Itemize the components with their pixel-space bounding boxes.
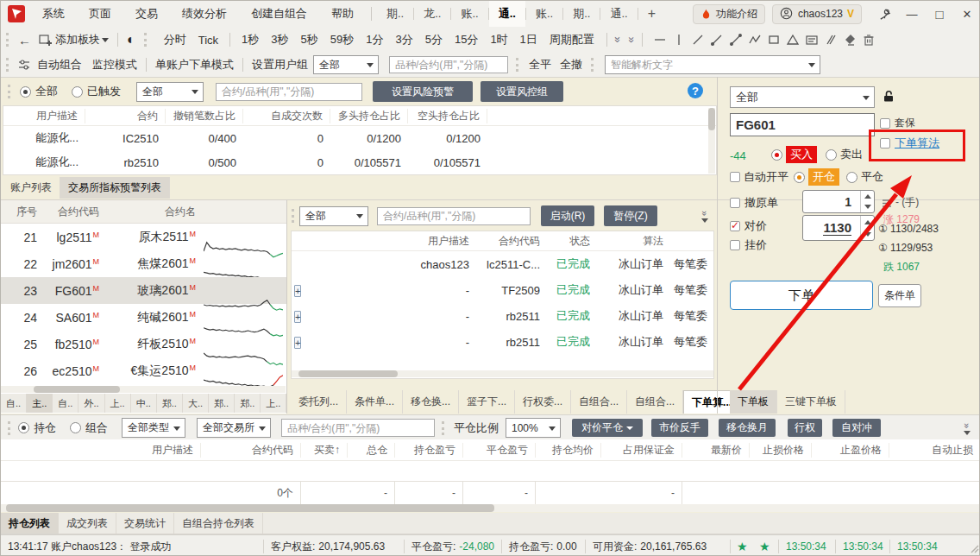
algo-row[interactable]: +-rb2511已完成冰山订单每笔委	[292, 329, 713, 355]
radio-all[interactable]	[20, 86, 31, 98]
period-button-8[interactable]: 1时	[484, 32, 513, 47]
menu-item-4[interactable]: 创建自组合	[239, 6, 319, 22]
draw-rect-icon[interactable]	[767, 33, 781, 47]
position-radio[interactable]	[18, 422, 29, 433]
period-button-4[interactable]: 1分	[360, 32, 389, 47]
algo-tab-4[interactable]: 行权委...	[515, 390, 571, 414]
maximize-button[interactable]: □	[926, 2, 953, 27]
watchlist-group-tab-3[interactable]: 外..	[79, 394, 104, 413]
col-header[interactable]: 持仓盈亏	[395, 443, 463, 458]
algo-order-row[interactable]: 下单算法	[880, 136, 939, 151]
ask-queue[interactable]: ① 1130/2483	[878, 223, 939, 235]
pin-icon[interactable]	[870, 2, 898, 27]
user-group-dropdown[interactable]: 全部	[313, 55, 379, 74]
sell-radio[interactable]	[826, 149, 837, 161]
window-tab-2[interactable]: 账..	[451, 1, 487, 27]
panel-grip[interactable]	[442, 421, 447, 435]
period-minute[interactable]: 分时	[158, 32, 192, 47]
watchlist-group-tab-9[interactable]: 郑..	[235, 394, 261, 413]
connection-star-icon[interactable]: ★	[759, 535, 770, 556]
chevron-down-icon[interactable]	[701, 218, 708, 223]
start-button[interactable]: 启动(R)	[541, 205, 594, 226]
draw-trendline-icon[interactable]	[691, 33, 705, 47]
algo-scope-dropdown[interactable]: 全部	[299, 206, 368, 226]
period-config-button[interactable]: 周期配置	[543, 32, 600, 47]
price-value[interactable]: 1130	[803, 216, 860, 240]
collapse-panel-icon[interactable]: »	[963, 422, 971, 427]
open-radio[interactable]	[794, 172, 805, 183]
exercise-button[interactable]: 行权	[788, 419, 822, 437]
algo-tab-5[interactable]: 自组合...	[571, 390, 627, 414]
watchlist-group-tab-8[interactable]: 郑..	[209, 394, 235, 413]
back-icon[interactable]: ←	[18, 33, 31, 47]
period-button-3[interactable]: 59秒	[324, 32, 360, 47]
col-header[interactable]: 状态	[547, 234, 597, 249]
sell-label[interactable]: 卖出	[840, 147, 863, 162]
col-header[interactable]: 止损价格	[750, 443, 812, 458]
expand-icon[interactable]: +	[294, 311, 301, 323]
exchange-dropdown[interactable]: 全部交易所	[197, 418, 271, 438]
panel-grip[interactable]	[8, 85, 13, 98]
algo-tab-3[interactable]: 篮子下...	[459, 390, 515, 414]
close-all-button[interactable]: 全平	[529, 57, 551, 73]
alarm-scope-dropdown[interactable]: 全部	[136, 82, 204, 102]
watchlist-row[interactable]: 25fb2510M纤板2510M	[1, 331, 286, 357]
close-button[interactable]: ✕	[953, 2, 980, 27]
watchlist-group-tab-1[interactable]: 主..	[27, 394, 53, 413]
period-button-9[interactable]: 1日	[514, 32, 543, 47]
algo-row[interactable]: +-TF2509已完成冰山订单每笔委	[292, 277, 713, 303]
qty-down-icon[interactable]	[861, 202, 874, 213]
position-tab-1[interactable]: 成交列表	[59, 513, 116, 534]
buy-label[interactable]: 买入	[786, 146, 817, 163]
lock-open-icon[interactable]	[882, 89, 895, 103]
window-tab-5[interactable]: 期..	[563, 1, 600, 27]
eraser-icon[interactable]	[843, 33, 857, 47]
watchlist-group-tab-7[interactable]: 大..	[183, 394, 209, 413]
col-header[interactable]: 合约	[85, 109, 166, 123]
counter-close-button[interactable]: 对价平仓	[572, 419, 643, 437]
draw-vline-icon[interactable]	[672, 33, 686, 47]
expand-icon[interactable]: +	[294, 337, 301, 349]
monitor-mode-button[interactable]: 监控模式	[92, 57, 137, 73]
sliders-icon[interactable]	[17, 58, 31, 72]
bid-queue[interactable]: ① 1129/953	[878, 242, 933, 254]
draw-hline-icon[interactable]	[653, 33, 667, 47]
watchlist-group-tab-10[interactable]: 上..	[261, 394, 286, 413]
quantity-stepper[interactable]: 1	[802, 190, 875, 213]
col-header[interactable]: 自成交次数	[243, 109, 330, 123]
trash-icon[interactable]	[862, 33, 876, 47]
col-header[interactable]: 占用保证金	[601, 443, 682, 458]
col-header[interactable]: 用户描述	[309, 234, 476, 249]
qty-up-icon[interactable]	[861, 191, 874, 202]
price-stepper[interactable]: 1130	[802, 215, 875, 241]
draw-note-icon[interactable]	[805, 33, 819, 47]
table-row[interactable]: 能源化... IC2510 0/400 0 0/1200 0/1200	[3, 126, 716, 150]
menu-item-1[interactable]: 页面	[77, 6, 123, 22]
quantity-value[interactable]: 1	[803, 191, 860, 212]
watchlist-group-tab-2[interactable]: 自..	[53, 394, 79, 413]
alarm-filter-input[interactable]	[216, 83, 362, 101]
counter-price-row[interactable]: ✓ 对价	[730, 218, 767, 234]
menu-item-5[interactable]: 帮助	[319, 6, 366, 22]
period-button-1[interactable]: 3秒	[265, 32, 294, 47]
hedge-checkbox-row[interactable]: 套保	[880, 116, 915, 130]
window-tab-4[interactable]: 账..	[526, 1, 562, 27]
toolbar-grip[interactable]	[6, 33, 11, 47]
col-header-name[interactable]: 合约名	[106, 205, 203, 219]
self-hedge-button[interactable]: 自对冲	[832, 419, 881, 437]
period-button-7[interactable]: 15分	[449, 32, 484, 47]
contract-input[interactable]	[730, 113, 875, 136]
collapse-panel-icon[interactable]: »	[700, 211, 709, 216]
position-tab-2[interactable]: 交易统计	[116, 513, 174, 534]
type-dropdown[interactable]: 全部类型	[122, 418, 185, 438]
watchlist-row[interactable]: 26ec2510M€集运2510M	[1, 357, 286, 384]
toolbar-grip[interactable]	[516, 58, 521, 72]
algo-row[interactable]: +-rb2511已完成冰山订单每笔委	[292, 303, 713, 329]
minimize-button[interactable]: —	[898, 2, 926, 27]
combo-radio[interactable]	[70, 422, 81, 433]
expand-icon[interactable]: +	[294, 285, 301, 297]
algo-tab-0[interactable]: 委托列...	[291, 390, 347, 414]
feature-intro-button[interactable]: 功能介绍	[693, 4, 765, 24]
contrast-icon[interactable]: ◐	[127, 32, 135, 47]
draw-segment-icon[interactable]	[729, 33, 743, 47]
